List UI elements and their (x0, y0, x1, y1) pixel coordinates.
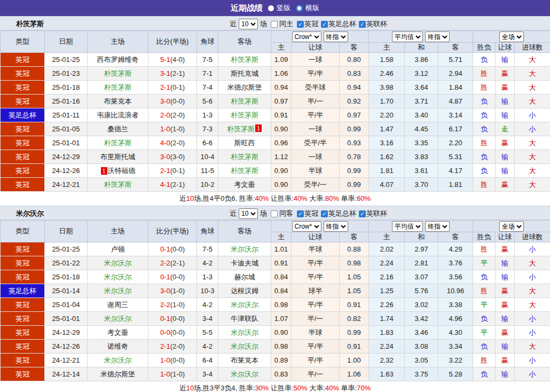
avg-final-select[interactable]: 终指 (425, 32, 450, 42)
avg-draw-odds: 5.76 (405, 284, 438, 298)
average-select[interactable]: 平均值 (392, 32, 423, 42)
avg-away-odds: 4.29 (438, 242, 473, 256)
match-row: 英冠24-12-14米德尔斯堡1-0(1-0)3-4米尔沃尔0.83半/一1.0… (1, 367, 550, 381)
avg-final-select[interactable]: 终指 (425, 221, 450, 232)
date-cell: 24-12-29 (45, 150, 88, 164)
corners-cell: 7-3 (197, 122, 218, 136)
crow-home-odds: 0.96 (271, 136, 292, 150)
fulltime-score: 2-2 (160, 301, 170, 309)
col-corner: 角球 (197, 221, 218, 242)
bookmaker-select[interactable]: Crow* (292, 221, 321, 232)
avg-draw-odds: 2.81 (405, 256, 438, 270)
crow-away-odds: 0.99 (340, 326, 369, 340)
halftime-score: (0-0) (170, 245, 185, 253)
result-handicap: 输 (496, 53, 515, 67)
home-team-name: 布里斯托城 (100, 153, 135, 161)
layout-radio-horizontal[interactable]: 横版 (296, 3, 319, 13)
result-handicap: 赢 (496, 354, 515, 367)
match-row: 英冠25-01-16布莱克本3-0(0-0)5-6朴茨茅斯0.97半/一0.92… (1, 95, 550, 108)
halftime-score: (0-1) (170, 83, 185, 91)
team-name: 米尔沃尔 (16, 206, 44, 221)
result-outcome: 负 (473, 312, 496, 326)
crow-home-odds: 0.97 (271, 95, 292, 108)
full-group-header: 全场 (473, 31, 550, 43)
crow-handicap: 平/半 (292, 67, 340, 81)
away-team-cell: 米尔沃尔 (218, 298, 271, 312)
games-count-select[interactable]: 10 (239, 208, 258, 219)
filter-checkboxes: 同主✓英冠✓英足总杯✓英联杯 (268, 19, 387, 29)
summary-segment: 单率: (339, 194, 357, 202)
summary-segment: 50% (294, 384, 308, 392)
away-team-name: 朴茨茅斯 (231, 153, 258, 161)
halftime-score: (2-1) (170, 259, 185, 267)
crow-final-select[interactable]: 终指 (324, 32, 348, 42)
away-team-cell: 布莱克本 (218, 354, 271, 367)
fulltime-score: 0-1 (160, 245, 170, 253)
halftime-score: (0-1) (170, 167, 185, 175)
radio-horizontal-icon[interactable] (296, 5, 303, 12)
radio-vertical-icon[interactable] (268, 5, 274, 11)
col-away: 客场 (218, 31, 271, 53)
avg-draw-odds: 3.46 (405, 326, 438, 340)
home-team-cell: 米尔沃尔 (88, 284, 148, 298)
red-card-icon: 1 (255, 124, 262, 132)
games-count-select[interactable]: 10 (239, 19, 258, 29)
score-cell: 1-0(1-0) (148, 122, 197, 136)
crow-handicap: 平/半 (292, 298, 340, 312)
corners-cell: 1-3 (197, 270, 218, 284)
checkbox-checked-icon[interactable]: ✓ (321, 21, 328, 28)
checkbox-checked-icon[interactable]: ✓ (321, 210, 328, 217)
score-cell: 2-1(0-1) (148, 81, 197, 95)
bookmaker-select[interactable]: Crow* (292, 32, 321, 42)
avg-group-header: 平均值终指 (369, 31, 473, 43)
col-home: 主场 (88, 31, 148, 53)
fulltime-select[interactable]: 全场 (499, 221, 524, 232)
avg-home-odds: 1.81 (369, 164, 405, 178)
avg-away-odds: 5.71 (438, 53, 473, 67)
halftime-score: (1-0) (170, 370, 185, 378)
average-select[interactable]: 平均值 (392, 221, 423, 232)
checkbox-checked-icon[interactable]: ✓ (297, 21, 304, 28)
col-avg-away: 客 (438, 232, 473, 242)
crow-away-odds: 0.91 (340, 340, 369, 354)
league-badge: 英冠 (1, 298, 45, 312)
fulltime-select[interactable]: 全场 (499, 32, 524, 42)
away-team-cell: 米尔沃尔 (218, 326, 271, 340)
score-cell: 2-0(2-0) (148, 108, 197, 122)
checkbox-unchecked-icon[interactable] (271, 210, 278, 217)
layout-radio-vertical[interactable]: 竖版 (268, 3, 290, 13)
avg-home-odds: 1.83 (369, 326, 405, 340)
crow-away-odds: 0.88 (340, 242, 369, 256)
away-team-name: 布莱克本 (231, 356, 258, 364)
summary-segment: 近 (179, 194, 186, 202)
result-outcome: 负 (473, 150, 496, 164)
league-filter-label: 英足总杯 (328, 209, 356, 217)
col-avg-draw: 和 (405, 232, 438, 242)
home-team-name: 朴茨茅斯 (104, 181, 132, 189)
result-handicap: 输 (496, 164, 515, 178)
checkbox-checked-icon[interactable]: ✓ (359, 210, 366, 217)
avg-home-odds: 2.16 (369, 270, 405, 284)
score-cell: 0-1(0-0) (148, 242, 197, 256)
score-cell: 0-0(0-0) (148, 326, 197, 340)
checkbox-unchecked-icon[interactable] (271, 21, 278, 28)
result-handicap: 赢 (496, 81, 515, 95)
checkbox-checked-icon[interactable]: ✓ (297, 210, 304, 217)
col-result-goals: 进球数 (515, 43, 550, 53)
crow-final-select[interactable]: 终指 (324, 221, 348, 232)
fulltime-score: 0-0 (160, 328, 170, 336)
away-team-name: 牛津联队 (231, 315, 258, 323)
home-team-cell: 米尔沃尔 (88, 256, 148, 270)
halftime-score: (1-0) (170, 287, 185, 295)
match-row: 英冠25-01-25西布罗姆维奇5-1(4-0)7-5朴茨茅斯1.09一球0.8… (1, 53, 550, 67)
result-outcome: 负 (473, 122, 496, 136)
halftime-score: (3-0) (170, 153, 185, 161)
fulltime-score: 3-0 (160, 153, 170, 161)
crow-handicap: 平/半 (292, 108, 340, 122)
avg-draw-odds: 3.08 (405, 340, 438, 354)
fulltime-score: 2-1 (160, 167, 170, 175)
crow-home-odds: 0.83 (271, 367, 292, 381)
avg-home-odds: 1.63 (369, 367, 405, 381)
avg-away-odds: 3.56 (438, 270, 473, 284)
checkbox-checked-icon[interactable]: ✓ (359, 21, 366, 28)
